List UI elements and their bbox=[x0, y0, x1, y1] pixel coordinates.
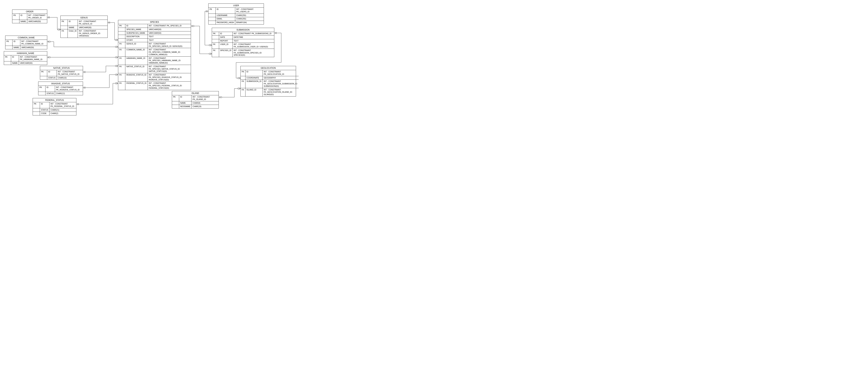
table-row: FKISLAND_IDINT - CONSTRAINT: FK_GEOLOCAT… bbox=[241, 88, 299, 96]
table-row: PKIDINT - CONSTRAINT: PK_USERS_ID bbox=[209, 8, 264, 13]
entity-columns: PKIDINT - CONSTRAINT: PK_FEDERAL_STATUS_… bbox=[33, 102, 76, 115]
table-row: PKIDINT - CONSTRAINT: PK_COMMON_NAME_ID bbox=[5, 40, 47, 45]
entity-title: SUBMISSION bbox=[212, 28, 274, 32]
table-row: REPORTTEXT bbox=[212, 39, 274, 43]
entity-common-name: COMMON_NAME PKIDINT - CONSTRAINT: PK_COM… bbox=[5, 36, 47, 49]
table-row: NAMEVARCHAR(50) bbox=[4, 61, 47, 65]
svg-point-11 bbox=[115, 57, 117, 58]
entity-columns: PKIDINT - CONSTRAINT: PK_ORDER_ID NAMEVA… bbox=[12, 14, 47, 23]
svg-point-22 bbox=[193, 25, 194, 27]
table-row: PKIDINT - CONSTRAINT: PK_INVASIVE_STATUS… bbox=[38, 86, 83, 92]
entity-title: HAWAIIAN_NAME bbox=[4, 51, 47, 55]
table-row: NAMEVARCHAR(50) bbox=[12, 20, 47, 23]
table-row: PKIDINT - CONSTRAINT: PK_HAWAIIAN_NAME_I… bbox=[4, 55, 47, 61]
table-row: PKIDINT - CONSTRAINT: PK_GEOLOCATION_ID bbox=[241, 70, 299, 76]
table-row: PKIDINT - CONSTRAINT: PK_FEDERAL_STATUS_… bbox=[33, 102, 76, 108]
entity-columns: PKIDINT - CONSTRAINT: PK_NATIVE_STATUS_I… bbox=[40, 70, 83, 80]
table-row: FKSPECIES_IDINT - CONSTRAINT: FK_SUBMISS… bbox=[212, 49, 274, 57]
entity-title: GENUS bbox=[61, 16, 107, 20]
svg-point-2 bbox=[58, 29, 59, 30]
entity-title: ISLAND bbox=[172, 91, 219, 95]
svg-point-20 bbox=[115, 83, 117, 84]
entity-order: ORDER PKIDINT - CONSTRAINT: PK_ORDER_ID … bbox=[12, 9, 47, 23]
table-row: NICKNAMECHAR(19) bbox=[172, 105, 219, 108]
table-row: STATUSCHAR(12) bbox=[38, 92, 83, 95]
entity-genus: GENUS PKIDINT - CONSTRAINT: PK_GENUS_ID … bbox=[60, 15, 107, 38]
svg-point-8 bbox=[115, 46, 117, 48]
entity-columns: PKIDINT - CONSTRAINT: PK_HAWAIIAN_NAME_I… bbox=[4, 55, 47, 65]
entity-species: SPECIES PKIDINT - CONSTRAINT: PK_SPECIES… bbox=[118, 20, 191, 90]
table-row: PKIDINT - CONSTRAINT: PK_SPECIES_ID bbox=[118, 24, 191, 28]
entity-columns: PKIDINT - CONSTRAINT: PK_ISLAND_ID NAMEC… bbox=[172, 95, 219, 108]
entity-columns: PKIDINT - CONSTRAINT: PK_INVASIVE_STATUS… bbox=[38, 86, 83, 95]
entity-title: SPECIES bbox=[118, 20, 191, 24]
entity-columns: PKIDINT - CONSTRAINT: PK_COMMON_NAME_ID … bbox=[5, 40, 47, 49]
entity-invasive-status: INVASIVE_STATUS PKIDINT - CONSTRAINT: PK… bbox=[38, 82, 83, 95]
entity-title: NATIVE_STATUS bbox=[40, 66, 83, 70]
svg-point-7 bbox=[49, 41, 50, 42]
svg-point-17 bbox=[115, 74, 117, 75]
table-row: FKUSER_IDINT - CONSTRAINT: FK_SUBMISSION… bbox=[212, 43, 274, 49]
er-diagram-canvas: ORDER PKIDINT - CONSTRAINT: PK_ORDER_ID … bbox=[2, 2, 297, 123]
entity-title: INVASIVE_STATUS bbox=[38, 82, 83, 86]
table-row: FKCOMMON_NAME_IDINT - CONSTRAINT: FK_SPE… bbox=[118, 48, 191, 56]
entity-native-status: NATIVE_STATUS PKIDINT - CONSTRAINT: PK_N… bbox=[40, 66, 83, 80]
svg-point-26 bbox=[209, 44, 210, 46]
table-row: FKSUBMISSION_IDINT - CONSTRAINT: FK_GEOL… bbox=[241, 80, 299, 88]
svg-point-29 bbox=[238, 77, 239, 79]
table-row: SPECIES_NAMEVARCHAR(50) bbox=[118, 28, 191, 31]
entity-columns: PKIDINT - CONSTRAINT: PK_GENUS_ID NAMEVA… bbox=[61, 20, 107, 38]
entity-island: ISLAND PKIDINT - CONSTRAINT: PK_ISLAND_I… bbox=[172, 91, 219, 108]
table-row: NAMEVARCHAR(50) bbox=[5, 45, 47, 49]
table-row: FKFEDERAL_STATUS_IDINT - CONSTRAINT: FK_… bbox=[118, 82, 191, 90]
entity-user: USER PKIDINT - CONSTRAINT: PK_USERS_ID U… bbox=[208, 3, 264, 25]
table-row: CODECHAR(2) bbox=[33, 112, 76, 115]
table-row: NAMEVARCHAR(50) bbox=[61, 26, 107, 29]
entity-columns: PKIDINT - CONSTRAINT: PK_SUBMISSIONS_ID … bbox=[212, 32, 274, 57]
entity-columns: PKIDINT - CONSTRAINT: PK_SPECIES_ID SPEC… bbox=[118, 24, 191, 90]
table-row: SUBSPIECES_NAMEVARCHAR(50) bbox=[118, 31, 191, 35]
entity-title: ORDER bbox=[12, 10, 47, 14]
table-row: FKINVASIVE_STATUS_IDINT - CONSTRAINT: FK… bbox=[118, 73, 191, 82]
svg-point-32 bbox=[238, 88, 239, 89]
table-row: NAMECHAR(8) bbox=[172, 101, 219, 105]
table-row: STATUSCHAR(21) bbox=[33, 108, 76, 112]
table-row: PASSWORD_HASHBINARY(64) bbox=[209, 21, 264, 24]
svg-point-14 bbox=[115, 65, 117, 67]
table-row: STORYTEXT bbox=[118, 38, 191, 42]
svg-point-23 bbox=[209, 53, 210, 55]
table-row: EMAILCHAR(255) bbox=[209, 17, 264, 21]
entity-title: GEOLOCATION bbox=[241, 66, 296, 70]
svg-point-5 bbox=[115, 39, 117, 41]
entity-columns: PKIDINT - CONSTRAINT: PK_GEOLOCATION_ID … bbox=[241, 70, 299, 96]
entity-geolocation: GEOLOCATION PKIDINT - CONSTRAINT: PK_GEO… bbox=[241, 66, 296, 96]
table-row: COORDINATEGEOGRAPHY bbox=[241, 76, 299, 80]
table-row: PKIDINT - CONSTRAINT: PK_GENUS_ID bbox=[61, 20, 107, 26]
table-row: PKIDINT - CONSTRAINT: PK_NATIVE_STATUS_I… bbox=[40, 70, 83, 76]
table-row: USERNAMECHAR(255) bbox=[209, 13, 264, 17]
svg-point-31 bbox=[220, 96, 222, 98]
table-row: FKGENUS_IDINT - CONSTRAINT: FK_SPECIES_G… bbox=[118, 42, 191, 48]
entity-columns: PKIDINT - CONSTRAINT: PK_USERS_ID USERNA… bbox=[209, 8, 264, 24]
table-row: FKHAWAIIAN_NAME_IDINT - CONSTRAINT: FK_S… bbox=[118, 56, 191, 65]
entity-federal-status: FEDERAL_STATUS PKIDINT - CONSTRAINT: PK_… bbox=[33, 98, 76, 116]
svg-point-10 bbox=[49, 57, 50, 58]
table-row: PKIDINT - CONSTRAINT: PK_ORDER_ID bbox=[12, 14, 47, 20]
table-row: DESCRIPTIONTEXT bbox=[118, 35, 191, 38]
table-row: STATUSCHAR(10) bbox=[40, 76, 83, 80]
table-row: FKNATIVE_STATUS_IDINT - CONSTRAINT: FK_S… bbox=[118, 65, 191, 73]
entity-submission: SUBMISSION PKIDINT - CONSTRAINT: PK_SUBM… bbox=[212, 28, 274, 57]
entity-hawaiian-name: HAWAIIAN_NAME PKIDINT - CONSTRAINT: PK_H… bbox=[4, 51, 47, 65]
table-row: PKIDINT - CONSTRAINT: PK_ISLAND_ID bbox=[172, 95, 219, 101]
entity-title: USER bbox=[209, 4, 264, 8]
entity-title: COMMON_NAME bbox=[5, 36, 47, 40]
entity-title: FEDERAL_STATUS bbox=[33, 98, 76, 102]
table-row: FKOrder_IDINT - CONSTRAINT: FK_GENUS_ORD… bbox=[61, 29, 107, 38]
table-row: DATEDATETIME bbox=[212, 35, 274, 39]
table-row: PKIDINT - CONSTRAINT: PK_SUBMISSIONS_ID bbox=[212, 32, 274, 35]
